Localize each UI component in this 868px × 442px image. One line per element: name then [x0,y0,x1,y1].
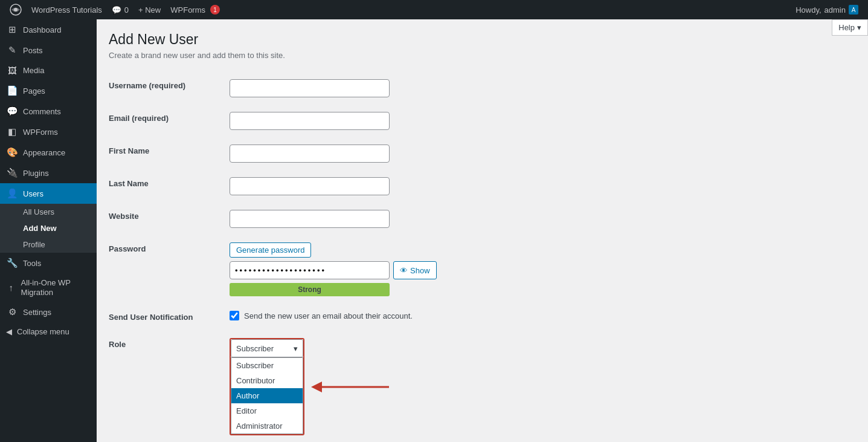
username-row: Username (required) [109,72,856,105]
sidebar-media-label: Media [23,66,44,75]
email-label: Email (required) [109,105,230,137]
website-input[interactable] [230,210,390,228]
pages-icon: 📄 [6,85,18,96]
sidebar-item-media[interactable]: 🖼 Media [0,60,97,80]
sidebar-dashboard-label: Dashboard [23,25,62,34]
comment-icon: 💬 [112,5,121,15]
main-content: Add New User Create a brand new user and… [97,19,868,442]
page-subtitle: Create a brand new user and add them to … [109,51,856,60]
submenu-profile[interactable]: Profile [0,236,97,253]
wpforms-label: WPForms [170,5,205,15]
sidebar-users-label: Users [23,189,43,198]
howdy-text: Howdy, [796,5,821,15]
sidebar-item-comments[interactable]: 💬 Comments [0,101,97,122]
username-label: Username (required) [109,72,230,105]
firstname-input[interactable] [230,145,390,163]
sidebar-pages-label: Pages [23,86,45,96]
username-input[interactable] [230,79,390,97]
plugins-icon: 🔌 [6,167,18,178]
role-option-administrator[interactable]: Administrator [231,418,303,434]
lastname-row: Last Name [109,170,856,203]
users-submenu: All Users Add New Profile [0,204,97,253]
sidebar-appearance-label: Appearance [23,148,65,157]
sidebar-comments-label: Comments [23,107,61,116]
role-option-contributor[interactable]: Contributor [231,373,303,388]
collapse-menu-item[interactable]: ◀ Collapse menu [0,322,97,341]
notification-text: Send the new user an email about their a… [244,311,413,320]
generate-password-button[interactable]: Generate password [230,242,311,258]
notification-row: Send User Notification Send the new user… [109,304,856,331]
sidebar-allinone-label: All-in-One WP Migration [21,278,91,297]
sidebar-item-pages[interactable]: 📄 Pages [0,80,97,101]
comments-icon: 💬 [6,106,18,117]
site-name-link[interactable]: WordPress Tutorials [27,0,107,19]
submenu-all-users[interactable]: All Users [0,204,97,220]
adminbar-right: Howdy, admin A [791,5,863,15]
sidebar-posts-label: Posts [23,46,43,55]
page-title: Add New User [109,31,856,48]
wp-wrapper: ⊞ Dashboard ✎ Posts 🖼 Media 📄 Pages 💬 Co… [0,0,868,442]
sidebar-item-tools[interactable]: 🔧 Tools [0,253,97,273]
posts-icon: ✎ [6,45,18,56]
form-table: Username (required) Email (required) Fir… [109,72,856,442]
notification-section: Send the new user an email about their a… [230,311,856,320]
allinone-icon: ↑ [6,282,16,293]
sidebar-item-settings[interactable]: ⚙ Settings [0,302,97,322]
role-option-author[interactable]: Author [231,388,303,403]
settings-icon: ⚙ [6,307,18,317]
sidebar-plugins-label: Plugins [23,169,49,178]
role-option-editor[interactable]: Editor [231,403,303,418]
wp-logo[interactable] [5,0,27,19]
sidebar-item-posts[interactable]: ✎ Posts [0,40,97,60]
admin-bar: WordPress Tutorials 💬 0 + New WPForms 1 … [0,0,868,19]
sidebar-item-allinone[interactable]: ↑ All-in-One WP Migration [0,273,97,302]
firstname-row: First Name [109,137,856,170]
lastname-input[interactable] [230,177,390,195]
sidebar-item-users[interactable]: 👤 Users [0,183,97,204]
strength-label: Strong [298,285,321,294]
wpforms-badge: 1 [210,5,220,15]
role-select[interactable]: Subscriber ▾ [231,339,303,357]
password-row: Password Generate password 👁 Show [109,235,856,304]
new-content-link[interactable]: + New [133,0,166,19]
sidebar-item-plugins[interactable]: 🔌 Plugins [0,163,97,183]
role-selected-label: Subscriber [236,344,274,353]
sidebar-item-wpforms[interactable]: ◧ WPForms [0,122,97,142]
help-chevron-icon: ▾ [857,23,861,32]
firstname-label: First Name [109,137,230,170]
sidebar-tools-label: Tools [23,259,41,268]
add-new-label: Add New [23,224,57,233]
notification-label: Send User Notification [109,304,230,331]
sidebar-item-appearance[interactable]: 🎨 Appearance [0,142,97,163]
lastname-label: Last Name [109,170,230,203]
sidebar-item-dashboard[interactable]: ⊞ Dashboard [0,19,97,40]
wpforms-admin-link[interactable]: WPForms 1 [166,0,225,19]
submenu-add-new[interactable]: Add New [0,220,97,236]
email-row: Email (required) [109,105,856,137]
email-input[interactable] [230,112,390,130]
admin-username: admin [825,5,846,15]
show-label: Show [410,266,430,275]
avatar: A [849,5,858,15]
collapse-label: Collapse menu [17,327,69,336]
help-button[interactable]: Help ▾ [832,19,868,36]
role-row: Role Subscriber ▾ Subs [109,331,856,442]
website-row: Website [109,203,856,235]
howdy-section: Howdy, admin A [791,5,863,15]
collapse-icon: ◀ [6,327,12,336]
sidebar-wpforms-label: WPForms [23,128,58,137]
new-content-label: + New [138,5,161,15]
role-option-subscriber[interactable]: Subscriber [231,358,303,373]
page-wrap: Add New User Create a brand new user and… [109,31,856,442]
dashboard-icon: ⊞ [6,24,18,35]
comments-link[interactable]: 💬 0 [107,0,133,19]
show-password-button[interactable]: 👁 Show [393,261,437,279]
eye-icon: 👁 [400,266,408,275]
password-strength-bar: Strong [230,283,390,296]
password-input[interactable] [230,261,390,279]
password-label: Password [109,235,230,304]
notification-checkbox[interactable] [230,311,239,320]
generate-password-label: Generate password [236,245,304,255]
wpforms-icon: ◧ [6,126,18,137]
chevron-down-icon: ▾ [294,344,298,353]
